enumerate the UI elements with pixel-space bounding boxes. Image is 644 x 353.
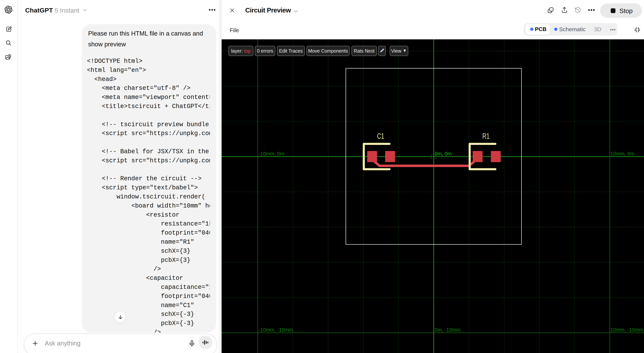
svg-text:0m, -10mm: 0m, -10mm xyxy=(435,327,460,333)
svg-text:C1: C1 xyxy=(377,132,384,140)
svg-text:10mm, -10mm: 10mm, -10mm xyxy=(610,327,643,333)
svg-text:-10mm, -10mm: -10mm, -10mm xyxy=(258,327,293,333)
svg-text:-10mm, 0m: -10mm, 0m xyxy=(258,151,284,157)
svg-text:0m, 0m: 0m, 0m xyxy=(435,151,452,157)
svg-text:R1: R1 xyxy=(482,132,490,140)
svg-text:10mm, 0m: 10mm, 0m xyxy=(610,151,634,157)
